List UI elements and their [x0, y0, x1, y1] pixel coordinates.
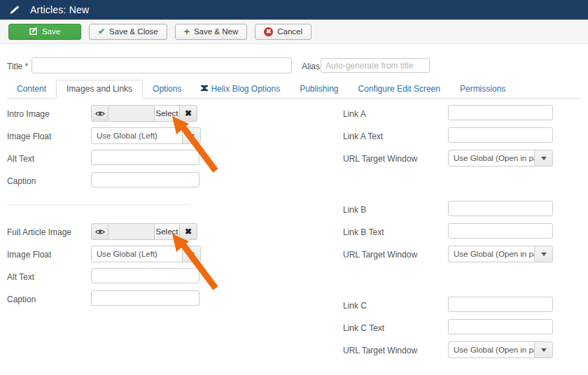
- cancel-icon: ✖: [264, 27, 273, 36]
- alias-label: Alias: [302, 62, 320, 71]
- url-target-window-label: URL Target Window: [343, 250, 417, 260]
- caption-label: Caption: [7, 295, 36, 304]
- chevron-down-icon: [534, 150, 552, 166]
- chevron-down-icon: [182, 246, 200, 262]
- preview-eye-button[interactable]: [91, 223, 108, 240]
- link-b-label: Link B: [343, 205, 366, 215]
- link-c-label: Link C: [343, 301, 367, 311]
- tab-options[interactable]: Options: [143, 80, 191, 98]
- eye-icon: [95, 111, 105, 117]
- caption-input[interactable]: [91, 290, 200, 306]
- image-float-label: Image Float: [7, 132, 51, 141]
- full-article-image-media-widget: Select ✖: [91, 223, 197, 240]
- page-title: Articles: New: [30, 4, 89, 15]
- link-a-text-label: Link A Text: [343, 132, 383, 141]
- eye-icon: [95, 229, 105, 235]
- tab-publishing[interactable]: Publishing: [290, 80, 348, 98]
- pencil-icon: [10, 5, 20, 15]
- title-input[interactable]: [31, 57, 292, 73]
- chevron-down-icon: [534, 342, 552, 358]
- image-float-label: Image Float: [7, 250, 51, 260]
- intro-image-select-button[interactable]: Select: [155, 105, 180, 122]
- section-divider: [7, 204, 190, 205]
- preview-eye-button[interactable]: [91, 105, 108, 122]
- chevron-down-icon: [534, 246, 552, 262]
- caption-label: Caption: [7, 176, 36, 186]
- tab-configure-edit-screen[interactable]: Configure Edit Screen: [349, 80, 450, 98]
- page-header: Articles: New: [0, 0, 588, 20]
- intro-image-media-widget: Select ✖: [91, 105, 197, 122]
- link-c-text-input[interactable]: [448, 319, 553, 334]
- link-c-text-label: Link C Text: [343, 323, 384, 333]
- check-icon: ✔: [98, 27, 105, 36]
- toolbar: Save ✔ Save & Close + Save & New ✖ Cance…: [0, 20, 588, 44]
- cancel-button[interactable]: ✖ Cancel: [255, 24, 312, 40]
- intro-image-field[interactable]: [108, 105, 155, 122]
- plus-icon: +: [184, 26, 190, 37]
- full-article-image-select-button[interactable]: Select: [155, 223, 180, 240]
- clear-x-icon[interactable]: ✖: [180, 105, 197, 122]
- clear-x-icon[interactable]: ✖: [180, 223, 197, 240]
- alias-input[interactable]: [321, 58, 430, 73]
- save-close-button[interactable]: ✔ Save & Close: [89, 24, 167, 40]
- link-a-input[interactable]: [448, 105, 553, 120]
- orange-arrow-intro-select: [167, 113, 223, 175]
- alt-text-input[interactable]: [91, 150, 200, 165]
- intro-image-label: Intro Image: [7, 109, 50, 119]
- link-b-text-label: Link B Text: [343, 227, 384, 237]
- tab-helix-blog-options[interactable]: Helix Blog Options: [191, 80, 290, 98]
- url-target-window-select[interactable]: Use Global (Open in parent w..: [448, 150, 553, 167]
- chevron-down-icon: [182, 128, 200, 143]
- alt-text-label: Alt Text: [7, 272, 34, 282]
- tab-permissions[interactable]: Permissions: [450, 80, 515, 98]
- url-target-window-select[interactable]: Use Global (Open in parent w..: [448, 246, 553, 262]
- alt-text-input[interactable]: [91, 268, 200, 283]
- save-icon: [29, 27, 38, 36]
- tab-images-and-links[interactable]: Images and Links: [56, 80, 143, 99]
- tab-bar: Content Images and Links Options Helix B…: [7, 81, 581, 99]
- full-article-image-label: Full Article Image: [7, 227, 71, 237]
- title-label: Title *: [7, 62, 28, 71]
- alt-text-label: Alt Text: [7, 154, 34, 164]
- caption-input[interactable]: [91, 172, 200, 188]
- link-b-input[interactable]: [448, 201, 553, 216]
- link-a-label: Link A: [343, 109, 366, 119]
- image-float-select[interactable]: Use Global (Left): [91, 246, 201, 262]
- image-float-select[interactable]: Use Global (Left): [91, 127, 201, 144]
- full-article-image-field[interactable]: [108, 223, 155, 240]
- url-target-window-label: URL Target Window: [343, 154, 417, 164]
- save-button[interactable]: Save: [8, 24, 81, 40]
- link-b-text-input[interactable]: [448, 223, 553, 239]
- link-a-text-input[interactable]: [448, 127, 553, 143]
- tab-content[interactable]: Content: [7, 80, 56, 98]
- url-target-window-label: URL Target Window: [343, 346, 417, 355]
- link-c-input[interactable]: [448, 297, 553, 312]
- articles-new-page: Articles: New Save ✔ Save & Close + Save…: [0, 0, 588, 375]
- url-target-window-select[interactable]: Use Global (Open in parent w..: [448, 341, 553, 358]
- helix-icon: [201, 84, 208, 94]
- save-new-button[interactable]: + Save & New: [175, 24, 247, 40]
